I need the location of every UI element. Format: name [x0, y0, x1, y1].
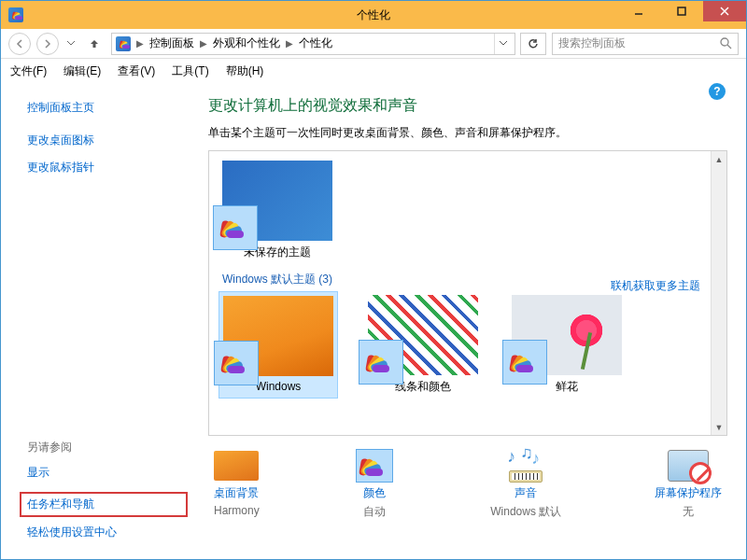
- history-dropdown[interactable]: [64, 41, 78, 46]
- up-button[interactable]: [83, 37, 106, 50]
- theme-label: 线条和颜色: [395, 379, 451, 395]
- sound-icon: ♪♫♪: [503, 449, 548, 483]
- address-dropdown[interactable]: [494, 34, 511, 54]
- content: 控制面板主页 更改桌面图标 更改鼠标指针 另请参阅 显示 任务栏和导航 轻松使用…: [1, 83, 746, 560]
- setting-value: 无: [683, 504, 694, 520]
- screensaver-icon: [668, 450, 709, 482]
- window-controls: [617, 1, 746, 21]
- theme-flowers[interactable]: 鲜花: [512, 295, 622, 395]
- search-placeholder: 搜索控制面板: [558, 35, 626, 51]
- wallpaper-icon: [214, 451, 259, 481]
- titlebar: 个性化: [1, 1, 746, 29]
- sidebar-link-mouse-pointer[interactable]: 更改鼠标指针: [27, 160, 188, 175]
- help-icon[interactable]: ?: [709, 83, 726, 100]
- color-fan-icon: [356, 449, 393, 483]
- window-title: 个性化: [357, 7, 390, 23]
- page-heading: 更改计算机上的视觉效果和声音: [208, 96, 727, 116]
- setting-label: 颜色: [363, 485, 386, 501]
- theme-label: Windows: [256, 380, 302, 393]
- setting-value: 自动: [363, 504, 386, 520]
- theme-list: ▲ ▼ 未保存的主题 联机获取更多主题 Windows 默认主题 (3): [208, 150, 727, 436]
- chevron-right-icon: ▶: [200, 38, 207, 49]
- svg-line-5: [727, 45, 731, 49]
- scroll-down-icon[interactable]: ▼: [712, 419, 726, 435]
- navbar: ▶ 控制面板 ▶ 外观和个性化 ▶ 个性化 搜索控制面板: [1, 29, 746, 59]
- search-input[interactable]: 搜索控制面板: [552, 33, 739, 55]
- color-fan-icon: [502, 340, 547, 385]
- sidebar-home[interactable]: 控制面板主页: [27, 100, 188, 116]
- crumb-root[interactable]: 控制面板: [149, 35, 194, 51]
- close-button[interactable]: [703, 1, 746, 21]
- sidebar-link-ease-of-access[interactable]: 轻松使用设置中心: [27, 525, 188, 540]
- minimize-button[interactable]: [617, 1, 660, 21]
- menu-tools[interactable]: 工具(T): [172, 63, 208, 79]
- back-button[interactable]: [8, 33, 31, 55]
- menu-view[interactable]: 查看(V): [118, 63, 155, 79]
- setting-value: Windows 默认: [490, 504, 561, 520]
- forward-button[interactable]: [36, 33, 59, 55]
- color-fan-icon: [214, 341, 259, 385]
- sidebar-link-desktop-icons[interactable]: 更改桌面图标: [27, 133, 188, 148]
- setting-label: 屏幕保护程序: [655, 485, 722, 501]
- color-fan-icon: [213, 205, 258, 250]
- sidebar: 控制面板主页 更改桌面图标 更改鼠标指针 另请参阅 显示 任务栏和导航 轻松使用…: [1, 83, 188, 560]
- menubar: 文件(F) 编辑(E) 查看(V) 工具(T) 帮助(H): [1, 59, 746, 83]
- screensaver-button[interactable]: 屏幕保护程序 无: [655, 449, 722, 520]
- color-button[interactable]: 颜色 自动: [352, 449, 397, 520]
- color-fan-icon: [359, 340, 403, 385]
- menu-file[interactable]: 文件(F): [10, 63, 47, 79]
- theme-windows[interactable]: Windows: [218, 291, 338, 399]
- setting-label: 声音: [514, 485, 537, 501]
- sidebar-see-also: 另请参阅: [27, 440, 188, 455]
- svg-rect-1: [678, 7, 685, 15]
- chevron-right-icon: ▶: [136, 38, 144, 49]
- setting-value: Harmony: [214, 504, 260, 517]
- menu-edit[interactable]: 编辑(E): [63, 63, 101, 79]
- scroll-up-icon[interactable]: ▲: [712, 151, 726, 167]
- app-icon: [8, 7, 23, 22]
- search-icon: [720, 37, 732, 49]
- more-themes-link[interactable]: 联机获取更多主题: [611, 278, 700, 294]
- crumb-mid[interactable]: 外观和个性化: [213, 35, 280, 51]
- main-panel: ? 更改计算机上的视觉效果和声音 单击某个主题可一次性同时更改桌面背景、颜色、声…: [188, 83, 746, 560]
- page-description: 单击某个主题可一次性同时更改桌面背景、颜色、声音和屏幕保护程序。: [208, 125, 727, 141]
- svg-point-4: [721, 38, 728, 46]
- crumb-leaf[interactable]: 个性化: [299, 35, 332, 51]
- settings-row: 桌面背景 Harmony 颜色 自动 ♪♫♪ 声音 Windows 默认 屏幕保…: [208, 449, 727, 520]
- menu-help[interactable]: 帮助(H): [226, 63, 264, 79]
- theme-label: 鲜花: [556, 379, 578, 395]
- desktop-background-button[interactable]: 桌面背景 Harmony: [214, 449, 260, 520]
- address-bar[interactable]: ▶ 控制面板 ▶ 外观和个性化 ▶ 个性化: [111, 33, 515, 55]
- sound-button[interactable]: ♪♫♪ 声音 Windows 默认: [490, 449, 561, 520]
- maximize-button[interactable]: [660, 1, 703, 21]
- control-panel-icon: [116, 36, 131, 51]
- scrollbar[interactable]: ▲ ▼: [711, 151, 726, 435]
- chevron-right-icon: ▶: [286, 38, 293, 49]
- setting-label: 桌面背景: [214, 485, 259, 501]
- theme-unsaved[interactable]: 未保存的主题: [222, 161, 332, 260]
- sidebar-link-display[interactable]: 显示: [27, 465, 188, 481]
- theme-lines[interactable]: 线条和颜色: [368, 295, 478, 395]
- sidebar-link-taskbar-nav[interactable]: 任务栏和导航: [20, 492, 188, 517]
- refresh-button[interactable]: [520, 33, 546, 55]
